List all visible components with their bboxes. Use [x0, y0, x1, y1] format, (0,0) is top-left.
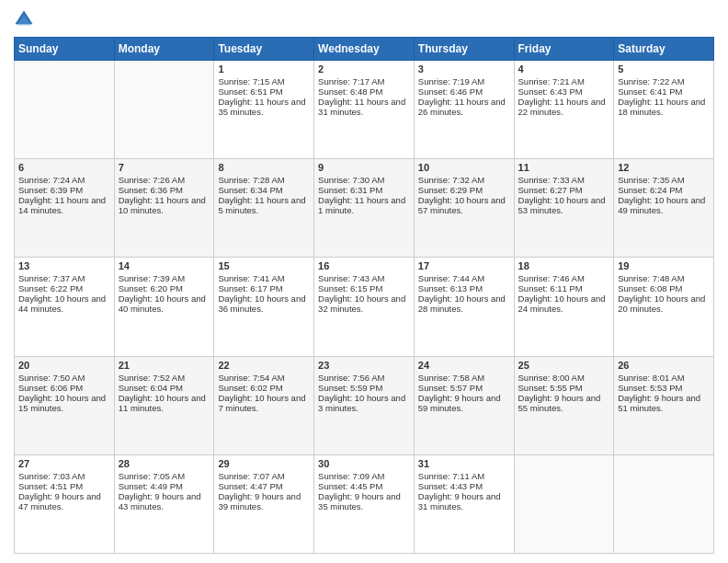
day-number: 23: [318, 360, 410, 371]
logo-icon: [14, 9, 34, 29]
weekday-header-saturday: Saturday: [614, 38, 714, 61]
sunrise-text: Sunrise: 7:54 AM: [218, 373, 284, 383]
sunset-text: Sunset: 6:17 PM: [218, 283, 282, 293]
sunrise-text: Sunrise: 7:21 AM: [518, 76, 585, 86]
calendar-cell: 8Sunrise: 7:28 AMSunset: 6:34 PMDaylight…: [214, 159, 314, 258]
daylight-text: Daylight: 9 hours and 55 minutes.: [518, 393, 601, 413]
calendar-cell: 2Sunrise: 7:17 AMSunset: 6:48 PMDaylight…: [314, 61, 415, 159]
sunrise-text: Sunrise: 7:43 AM: [318, 273, 384, 283]
day-number: 13: [18, 260, 110, 271]
calendar-cell: 18Sunrise: 7:46 AMSunset: 6:11 PMDayligh…: [514, 258, 614, 356]
calendar-cell: 26Sunrise: 8:01 AMSunset: 5:53 PMDayligh…: [614, 356, 714, 454]
sunrise-text: Sunrise: 7:07 AM: [218, 471, 284, 481]
calendar-cell: 16Sunrise: 7:43 AMSunset: 6:15 PMDayligh…: [314, 258, 415, 356]
sunset-text: Sunset: 6:48 PM: [318, 86, 382, 97]
sunset-text: Sunset: 6:11 PM: [518, 283, 583, 293]
sunrise-text: Sunrise: 7:44 AM: [418, 273, 484, 283]
daylight-text: Daylight: 9 hours and 31 minutes.: [418, 491, 501, 511]
sunset-text: Sunset: 6:36 PM: [119, 185, 183, 195]
day-number: 3: [418, 63, 510, 75]
sunrise-text: Sunrise: 7:17 AM: [318, 76, 384, 86]
calendar-cell: [15, 61, 115, 159]
weekday-header-tuesday: Tuesday: [214, 38, 314, 61]
sunset-text: Sunset: 6:08 PM: [618, 283, 682, 293]
daylight-text: Daylight: 11 hours and 18 minutes.: [618, 97, 705, 117]
sunrise-text: Sunrise: 7:30 AM: [318, 175, 384, 185]
sunset-text: Sunset: 6:29 PM: [418, 185, 483, 195]
daylight-text: Daylight: 9 hours and 51 minutes.: [618, 393, 700, 413]
weekday-header-monday: Monday: [114, 38, 214, 61]
sunset-text: Sunset: 4:45 PM: [318, 481, 382, 491]
sunrise-text: Sunrise: 7:32 AM: [418, 175, 484, 185]
sunset-text: Sunset: 6:22 PM: [18, 283, 83, 293]
day-number: 4: [518, 63, 610, 75]
sunset-text: Sunset: 6:41 PM: [618, 86, 682, 97]
calendar-cell: [514, 454, 614, 553]
sunset-text: Sunset: 6:46 PM: [418, 86, 483, 97]
sunset-text: Sunset: 6:13 PM: [418, 283, 483, 293]
calendar-cell: 3Sunrise: 7:19 AMSunset: 6:46 PMDaylight…: [414, 61, 514, 159]
sunrise-text: Sunrise: 7:26 AM: [119, 175, 185, 185]
daylight-text: Daylight: 10 hours and 32 minutes.: [318, 293, 405, 314]
day-number: 5: [618, 63, 710, 75]
daylight-text: Daylight: 10 hours and 24 minutes.: [518, 293, 606, 314]
calendar-cell: 4Sunrise: 7:21 AMSunset: 6:43 PMDaylight…: [514, 61, 614, 159]
sunrise-text: Sunrise: 7:35 AM: [618, 175, 684, 185]
sunrise-text: Sunrise: 7:39 AM: [119, 273, 185, 283]
sunrise-text: Sunrise: 7:33 AM: [518, 175, 585, 185]
sunset-text: Sunset: 6:04 PM: [119, 383, 183, 393]
daylight-text: Daylight: 9 hours and 35 minutes.: [318, 491, 401, 511]
calendar-table: SundayMondayTuesdayWednesdayThursdayFrid…: [14, 37, 714, 554]
daylight-text: Daylight: 10 hours and 57 minutes.: [418, 195, 506, 215]
daylight-text: Daylight: 11 hours and 10 minutes.: [119, 195, 206, 215]
day-number: 19: [618, 260, 710, 271]
daylight-text: Daylight: 10 hours and 44 minutes.: [18, 293, 106, 314]
week-row-4: 20Sunrise: 7:50 AMSunset: 6:06 PMDayligh…: [15, 356, 714, 454]
day-number: 10: [418, 162, 510, 173]
calendar-cell: 28Sunrise: 7:05 AMSunset: 4:49 PMDayligh…: [114, 454, 214, 553]
sunrise-text: Sunrise: 7:05 AM: [119, 471, 185, 481]
daylight-text: Daylight: 10 hours and 11 minutes.: [119, 393, 206, 413]
day-number: 6: [18, 162, 110, 173]
calendar-cell: 7Sunrise: 7:26 AMSunset: 6:36 PMDaylight…: [114, 159, 214, 258]
week-row-2: 6Sunrise: 7:24 AMSunset: 6:39 PMDaylight…: [15, 159, 714, 258]
sunrise-text: Sunrise: 7:19 AM: [418, 76, 484, 86]
sunset-text: Sunset: 5:55 PM: [518, 383, 583, 393]
day-number: 30: [318, 458, 410, 469]
calendar-cell: 17Sunrise: 7:44 AMSunset: 6:13 PMDayligh…: [414, 258, 514, 356]
sunrise-text: Sunrise: 7:46 AM: [518, 273, 585, 283]
calendar-cell: 1Sunrise: 7:15 AMSunset: 6:51 PMDaylight…: [214, 61, 314, 159]
weekday-header-thursday: Thursday: [414, 38, 514, 61]
day-number: 15: [218, 260, 310, 271]
daylight-text: Daylight: 11 hours and 22 minutes.: [518, 97, 606, 117]
sunrise-text: Sunrise: 7:22 AM: [618, 76, 684, 86]
day-number: 28: [119, 458, 210, 469]
calendar-cell: 14Sunrise: 7:39 AMSunset: 6:20 PMDayligh…: [114, 258, 214, 356]
sunset-text: Sunset: 4:51 PM: [18, 481, 83, 491]
daylight-text: Daylight: 10 hours and 40 minutes.: [119, 293, 206, 314]
sunrise-text: Sunrise: 7:28 AM: [218, 175, 284, 185]
daylight-text: Daylight: 11 hours and 1 minute.: [318, 195, 405, 215]
weekday-header-row: SundayMondayTuesdayWednesdayThursdayFrid…: [15, 38, 714, 61]
sunset-text: Sunset: 6:31 PM: [318, 185, 382, 195]
sunrise-text: Sunrise: 7:03 AM: [18, 471, 85, 481]
sunrise-text: Sunrise: 7:58 AM: [418, 373, 484, 383]
calendar-cell: 23Sunrise: 7:56 AMSunset: 5:59 PMDayligh…: [314, 356, 415, 454]
sunrise-text: Sunrise: 7:09 AM: [318, 471, 384, 481]
sunset-text: Sunset: 6:24 PM: [618, 185, 682, 195]
daylight-text: Daylight: 10 hours and 3 minutes.: [318, 393, 405, 413]
day-number: 12: [618, 162, 710, 173]
day-number: 18: [518, 260, 610, 271]
calendar-cell: 31Sunrise: 7:11 AMSunset: 4:43 PMDayligh…: [414, 454, 514, 553]
sunrise-text: Sunrise: 7:52 AM: [119, 373, 185, 383]
calendar-cell: 20Sunrise: 7:50 AMSunset: 6:06 PMDayligh…: [15, 356, 115, 454]
calendar-cell: 12Sunrise: 7:35 AMSunset: 6:24 PMDayligh…: [614, 159, 714, 258]
calendar-cell: 24Sunrise: 7:58 AMSunset: 5:57 PMDayligh…: [414, 356, 514, 454]
sunset-text: Sunset: 6:02 PM: [218, 383, 282, 393]
sunrise-text: Sunrise: 7:15 AM: [218, 76, 284, 86]
logo: [14, 9, 38, 29]
day-number: 16: [318, 260, 410, 271]
sunset-text: Sunset: 6:27 PM: [518, 185, 583, 195]
daylight-text: Daylight: 10 hours and 20 minutes.: [618, 293, 705, 314]
day-number: 11: [518, 162, 610, 173]
